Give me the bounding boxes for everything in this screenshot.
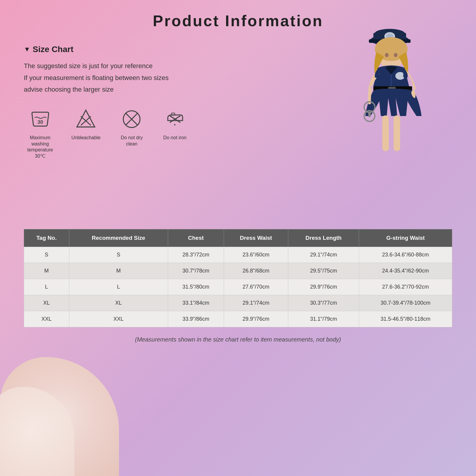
col-header-tag: Tag No. [24,229,69,247]
model-illustration [321,15,440,217]
care-item-no-iron: Do not iron [163,107,187,141]
table-cell-2-0: L [24,279,69,295]
no-iron-icon [163,107,187,131]
care-item-wash: 30 Maximum washingtemperature 30℃ [24,107,57,159]
svg-point-7 [174,124,176,126]
svg-rect-26 [382,115,389,151]
table-cell-1-0: M [24,263,69,279]
table-cell-3-4: 30.3"/77cm [288,295,359,311]
top-section: Size Chart The suggested size is just fo… [24,45,452,223]
table-cell-2-4: 29.9"/76cm [288,279,359,295]
svg-rect-25 [368,112,371,117]
table-cell-2-5: 27.6-36.2"/70-92cm [359,279,452,295]
table-cell-3-5: 30.7-39.4"/78-100cm [359,295,452,311]
col-header-dress-waist: Dress Waist [224,229,288,247]
table-cell-2-1: L [69,279,168,295]
size-table-section: Tag No. Recommended Size Chest Dress Wai… [24,229,452,343]
table-cell-2-2: 31.5"/80cm [168,279,224,295]
wash-label: Maximum washingtemperature 30℃ [24,135,57,159]
table-cell-0-1: S [69,247,168,263]
no-iron-label: Do not iron [163,135,187,141]
wash-icon: 30 [28,107,52,131]
table-header-row: Tag No. Recommended Size Chest Dress Wai… [24,229,452,247]
table-note: (Measurements shown in the size chart re… [24,336,452,343]
table-cell-1-4: 29.5"/75cm [288,263,359,279]
table-cell-4-0: XXL [24,311,69,327]
table-cell-4-4: 31.1"/79cm [288,311,359,327]
no-bleach-label: Unbleachable [71,135,101,141]
page-container: Product Information Size Chart The sugge… [0,0,476,476]
no-dry-clean-icon [120,107,144,131]
col-header-recommended: Recommended Size [69,229,168,247]
size-chart-title-text: Size Chart [33,45,73,54]
table-cell-0-2: 28.3"/72cm [168,247,224,263]
table-row: XXLXXL33.9"/86cm29.9"/76cm31.1"/79cm31.5… [24,311,452,327]
care-item-no-dry-clean: Do not dry clean [115,107,148,147]
table-row: MM30.7"/78cm26.8"/68cm29.5"/75cm24.4-35.… [24,263,452,279]
table-cell-3-1: XL [69,295,168,311]
svg-rect-27 [394,115,400,151]
table-cell-0-0: S [24,247,69,263]
table-cell-1-2: 30.7"/78cm [168,263,224,279]
svg-point-18 [385,53,389,57]
care-item-no-bleach: Unbleachable [71,107,101,141]
no-dry-clean-label: Do not dry clean [115,135,148,147]
table-row: LL31.5"/80cm27.6"/70cm29.9"/76cm27.6-36.… [24,279,452,295]
col-header-dress-length: Dress Length [288,229,359,247]
table-cell-4-5: 31.5-46.5"/80-118cm [359,311,452,327]
table-row: XLXL33.1"/84cm29.1"/74cm30.3"/77cm30.7-3… [24,295,452,311]
table-cell-1-3: 26.8"/68cm [224,263,288,279]
table-cell-0-5: 23.6-34.6"/60-88cm [359,247,452,263]
col-header-gstring: G-string Waist [359,229,452,247]
svg-point-19 [394,53,397,57]
model-image-area [321,15,470,223]
table-cell-4-2: 33.9"/86cm [168,311,224,327]
table-cell-1-1: M [69,263,168,279]
svg-rect-6 [172,113,175,115]
table-cell-1-5: 24.4-35.4"/62-90cm [359,263,452,279]
svg-text:30: 30 [37,119,43,125]
size-table: Tag No. Recommended Size Chest Dress Wai… [24,229,452,327]
table-cell-3-2: 33.1"/84cm [168,295,224,311]
table-cell-2-3: 27.6"/70cm [224,279,288,295]
no-bleach-icon [74,107,98,131]
table-cell-3-3: 29.1"/74cm [224,295,288,311]
table-cell-4-3: 29.9"/76cm [224,311,288,327]
table-cell-0-3: 23.6"/60cm [224,247,288,263]
table-cell-3-0: XL [24,295,69,311]
col-header-chest: Chest [168,229,224,247]
table-row: SS28.3"/72cm23.6"/60cm29.1"/74cm23.6-34.… [24,247,452,263]
table-cell-0-4: 29.1"/74cm [288,247,359,263]
table-cell-4-1: XXL [69,311,168,327]
